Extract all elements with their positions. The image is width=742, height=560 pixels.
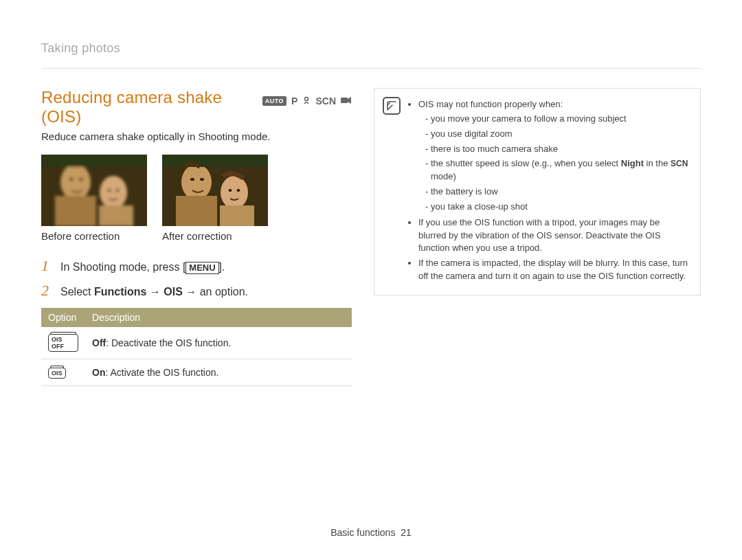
steps-list: 1 In Shooting mode, press [MENU]. 2 Sele…	[41, 257, 352, 300]
note-sub-1: you move your camera to follow a moving …	[431, 113, 689, 126]
footer-page: 21	[401, 527, 412, 538]
svg-point-19	[229, 189, 232, 192]
options-table: Option Description OIS OFF Off: Deactiva…	[41, 308, 352, 386]
on-label: On	[92, 367, 105, 378]
note-sub-2: you use digital zoom	[431, 128, 689, 141]
note-bullet-3: If the camera is impacted, the display w…	[418, 257, 689, 283]
svg-point-4	[100, 176, 127, 209]
svg-point-8	[79, 178, 83, 181]
step-1-suffix: ].	[219, 261, 225, 273]
svg-rect-11	[41, 155, 147, 167]
before-caption: Before correction	[41, 230, 147, 242]
step-2-prefix: Select	[60, 286, 94, 298]
footer-section: Basic functions	[330, 527, 395, 538]
scn-label: SCN	[671, 159, 688, 168]
step-1-prefix: In Shooting mode, press [	[60, 261, 186, 273]
step-2-ois: OIS	[164, 286, 183, 298]
mode-p-icon: P	[291, 96, 297, 107]
mode-movie-icon	[341, 96, 352, 107]
step-1: 1 In Shooting mode, press [MENU].	[41, 257, 352, 275]
mode-icons: AUTO P SCN	[262, 96, 352, 107]
step-2-suffix: → an option.	[183, 286, 248, 298]
page-footer: Basic functions 21	[0, 527, 742, 538]
svg-point-7	[69, 178, 74, 181]
left-column: Reducing camera shake (OIS) AUTO P SCN R…	[41, 88, 352, 386]
note-bullet-2: If you use the OIS function with a tripo…	[418, 216, 689, 256]
mode-scn-icon: SCN	[315, 96, 336, 107]
note-sub-6: you take a close-up shot	[431, 201, 689, 214]
off-label: Off	[92, 337, 106, 348]
step-2: 2 Select Functions → OIS → an option.	[41, 282, 352, 300]
th-option: Option	[41, 308, 85, 327]
comparison-images: Before correction	[41, 155, 352, 242]
th-description: Description	[85, 308, 352, 327]
step-2-functions: Functions	[94, 286, 146, 298]
note-sub-3: there is too much camera shake	[431, 143, 689, 156]
after-caption: After correction	[162, 230, 268, 242]
table-row: OIS On: Activate the OIS function.	[41, 359, 352, 386]
svg-rect-16	[220, 205, 254, 226]
note-icon	[383, 97, 401, 115]
svg-point-13	[181, 164, 212, 200]
svg-rect-15	[176, 196, 217, 226]
mode-dual-icon	[302, 96, 311, 107]
svg-point-18	[200, 178, 204, 181]
night-label: Night	[621, 158, 644, 168]
svg-point-0	[305, 98, 308, 101]
note-sub-5: the battery is low	[431, 186, 689, 199]
after-image	[162, 155, 268, 226]
svg-rect-5	[55, 196, 96, 226]
step-2-arrow1: →	[146, 286, 164, 298]
svg-point-10	[116, 189, 120, 192]
step-2-number: 2	[41, 282, 54, 300]
right-column: OIS may not function properly when: you …	[374, 88, 701, 386]
breadcrumb: Taking photos	[41, 41, 701, 56]
note-sub-4: the shutter speed is slow (e.g., when yo…	[431, 157, 689, 183]
table-row: OIS OFF Off: Deactivate the OIS function…	[41, 327, 352, 359]
step-1-number: 1	[41, 257, 54, 275]
svg-point-20	[237, 189, 240, 192]
mode-auto-icon: AUTO	[262, 96, 286, 106]
svg-point-14	[221, 176, 248, 209]
note-intro: OIS may not function properly when:	[418, 99, 563, 109]
note-box: OIS may not function properly when: you …	[374, 88, 701, 295]
off-desc: : Deactivate the OIS function.	[106, 337, 231, 348]
section-divider	[41, 68, 701, 69]
before-image	[41, 155, 147, 226]
ois-off-icon: OIS OFF	[48, 334, 78, 352]
intro-text: Reduce camera shake optically in Shootin…	[41, 131, 352, 142]
svg-rect-1	[341, 98, 348, 103]
svg-point-9	[108, 189, 111, 192]
svg-rect-21	[162, 155, 268, 167]
on-desc: : Activate the OIS function.	[105, 367, 218, 378]
page-heading: Reducing camera shake (OIS)	[41, 88, 253, 126]
svg-point-3	[60, 164, 91, 200]
svg-rect-6	[99, 205, 133, 226]
menu-button-label: MENU	[186, 262, 218, 274]
svg-point-17	[190, 178, 194, 181]
ois-on-icon: OIS	[48, 368, 66, 379]
